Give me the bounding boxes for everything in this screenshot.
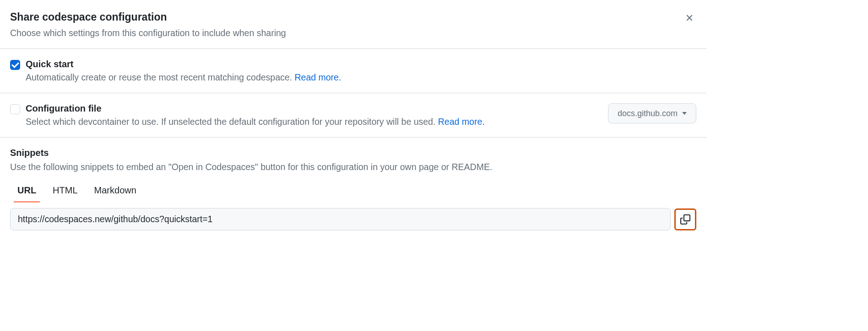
dialog-subtitle: Choose which settings from this configur… bbox=[10, 28, 286, 38]
snippets-description: Use the following snippets to embed an "… bbox=[10, 162, 696, 172]
snippet-url-input[interactable] bbox=[10, 208, 671, 230]
config-file-readmore-link[interactable]: Read more. bbox=[438, 117, 485, 127]
dialog-header: Share codespace configuration Choose whi… bbox=[0, 0, 706, 49]
chevron-down-icon bbox=[682, 112, 687, 115]
dialog-title: Share codespace configuration bbox=[10, 11, 286, 23]
config-file-dropdown[interactable]: docs.github.com bbox=[608, 103, 696, 123]
snippets-tabs: URL HTML Markdown bbox=[10, 185, 696, 203]
config-file-checkbox[interactable] bbox=[10, 104, 20, 114]
close-icon bbox=[684, 13, 694, 23]
snippets-section: Snippets Use the following snippets to e… bbox=[0, 138, 706, 240]
option-config-file: Configuration file Select which devconta… bbox=[0, 93, 706, 138]
copy-button[interactable] bbox=[674, 208, 696, 230]
quickstart-title: Quick start bbox=[26, 59, 341, 69]
copy-icon bbox=[680, 214, 690, 224]
close-button[interactable] bbox=[683, 11, 696, 25]
option-quickstart: Quick start Automatically create or reus… bbox=[0, 49, 706, 93]
quickstart-description: Automatically create or reuse the most r… bbox=[26, 72, 341, 83]
tab-html[interactable]: HTML bbox=[53, 185, 77, 203]
tab-url[interactable]: URL bbox=[17, 185, 36, 203]
snippets-title: Snippets bbox=[10, 148, 696, 158]
config-file-title: Configuration file bbox=[26, 103, 485, 114]
config-file-description: Select which devcontainer to use. If uns… bbox=[26, 117, 485, 127]
quickstart-checkbox[interactable] bbox=[10, 60, 20, 70]
quickstart-readmore-link[interactable]: Read more. bbox=[294, 72, 341, 82]
dropdown-label: docs.github.com bbox=[618, 109, 678, 118]
tab-markdown[interactable]: Markdown bbox=[94, 185, 136, 203]
